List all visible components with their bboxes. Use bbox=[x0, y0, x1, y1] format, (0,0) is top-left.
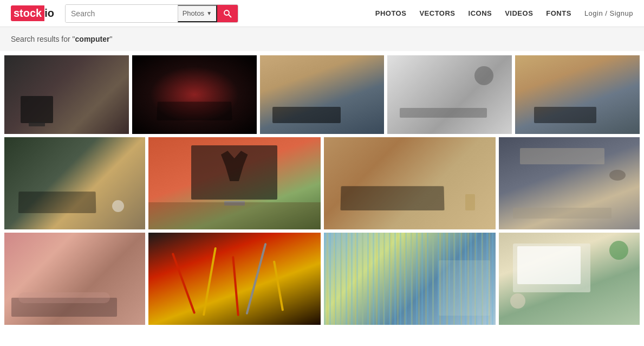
photo-image bbox=[515, 55, 640, 134]
nav-photos[interactable]: PHOTOS bbox=[375, 9, 407, 17]
photo-r1i3[interactable] bbox=[260, 55, 385, 134]
svg-point-0 bbox=[224, 10, 229, 15]
photo-image bbox=[4, 233, 145, 325]
photo-grid bbox=[0, 51, 644, 332]
photo-image bbox=[260, 55, 385, 134]
photo-image bbox=[4, 137, 145, 229]
photo-r2i2[interactable] bbox=[148, 137, 321, 229]
nav-icons[interactable]: ICONS bbox=[469, 9, 492, 17]
logo-rest: io bbox=[44, 7, 54, 20]
photo-r2i4[interactable] bbox=[499, 137, 640, 229]
search-input[interactable] bbox=[66, 5, 178, 22]
chevron-down-icon: ▼ bbox=[206, 10, 212, 16]
photo-r1i5[interactable] bbox=[515, 55, 640, 134]
photo-r1i4[interactable] bbox=[387, 55, 512, 134]
nav-vectors[interactable]: VECTORS bbox=[419, 9, 455, 17]
search-results-bar: Search results for "computer" bbox=[0, 27, 644, 51]
photo-r2i3[interactable] bbox=[324, 137, 496, 229]
search-results-prefix: Search results for " bbox=[11, 35, 75, 43]
search-type-dropdown[interactable]: Photos ▼ bbox=[178, 5, 217, 22]
logo[interactable]: stockio bbox=[11, 5, 54, 21]
logo-highlight: stock bbox=[11, 5, 44, 21]
svg-line-1 bbox=[229, 15, 231, 17]
grid-row-2 bbox=[4, 137, 640, 229]
header: stockio Photos ▼ PHOTOS VECTORS ICONS VI… bbox=[0, 0, 644, 27]
search-results-suffix: " bbox=[109, 35, 112, 43]
nav-videos[interactable]: VIDEOS bbox=[505, 9, 533, 17]
photo-r2i1[interactable] bbox=[4, 137, 145, 229]
photo-image bbox=[499, 137, 640, 229]
photo-image bbox=[148, 233, 321, 325]
photo-image bbox=[387, 55, 512, 134]
grid-row-1 bbox=[4, 55, 640, 134]
search-type-label: Photos bbox=[183, 9, 204, 17]
photo-r3i1[interactable] bbox=[4, 233, 145, 325]
photo-image bbox=[324, 137, 496, 229]
photo-r1i2[interactable] bbox=[132, 55, 257, 134]
search-button[interactable] bbox=[217, 4, 238, 23]
photo-r3i2[interactable] bbox=[148, 233, 321, 325]
grid-row-3 bbox=[4, 233, 640, 325]
main-nav: PHOTOS VECTORS ICONS VIDEOS FONTS Login … bbox=[375, 9, 633, 17]
search-bar: Photos ▼ bbox=[65, 4, 238, 23]
photo-r3i4[interactable] bbox=[499, 233, 640, 325]
photo-image bbox=[132, 55, 257, 134]
photo-image bbox=[148, 137, 321, 229]
photo-image bbox=[4, 55, 129, 134]
nav-login[interactable]: Login / Signup bbox=[584, 9, 633, 17]
photo-r3i3[interactable] bbox=[324, 233, 496, 325]
nav-fonts[interactable]: FONTS bbox=[546, 9, 571, 17]
search-icon bbox=[223, 9, 232, 18]
photo-r1i1[interactable] bbox=[4, 55, 129, 134]
photo-image bbox=[324, 233, 496, 325]
photo-image bbox=[499, 233, 640, 325]
search-query: computer bbox=[75, 35, 110, 43]
